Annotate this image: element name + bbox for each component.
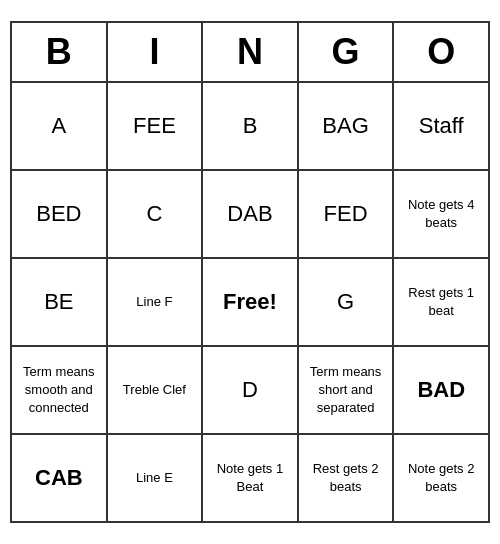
cell-r0-c0: A — [11, 82, 107, 170]
cell-r0-c4: Staff — [393, 82, 489, 170]
cell-r3-c3: Term means short and separated — [298, 346, 394, 434]
cell-r0-c1: FEE — [107, 82, 202, 170]
cell-r2-c3: G — [298, 258, 394, 346]
cell-r1-c3: FED — [298, 170, 394, 258]
cell-r2-c0: BE — [11, 258, 107, 346]
row-3: Term means smooth and connectedTreble Cl… — [11, 346, 489, 434]
cell-r0-c2: B — [202, 82, 298, 170]
header-cell-b: B — [11, 22, 107, 82]
header-row: BINGO — [11, 22, 489, 82]
row-2: BELine FFree!GRest gets 1 beat — [11, 258, 489, 346]
cell-r3-c0: Term means smooth and connected — [11, 346, 107, 434]
cell-r3-c1: Treble Clef — [107, 346, 202, 434]
cell-r2-c2: Free! — [202, 258, 298, 346]
cell-r2-c4: Rest gets 1 beat — [393, 258, 489, 346]
cell-r4-c4: Note gets 2 beats — [393, 434, 489, 522]
cell-r4-c1: Line E — [107, 434, 202, 522]
cell-r3-c4: BAD — [393, 346, 489, 434]
cell-r4-c2: Note gets 1 Beat — [202, 434, 298, 522]
bingo-card: BINGO AFEEBBAGStaffBEDCDABFEDNote gets 4… — [10, 21, 490, 523]
row-0: AFEEBBAGStaff — [11, 82, 489, 170]
header-cell-g: G — [298, 22, 394, 82]
cell-r1-c2: DAB — [202, 170, 298, 258]
row-4: CABLine ENote gets 1 BeatRest gets 2 bea… — [11, 434, 489, 522]
row-1: BEDCDABFEDNote gets 4 beats — [11, 170, 489, 258]
header-cell-o: O — [393, 22, 489, 82]
cell-r2-c1: Line F — [107, 258, 202, 346]
cell-r3-c2: D — [202, 346, 298, 434]
cell-r4-c3: Rest gets 2 beats — [298, 434, 394, 522]
header-cell-n: N — [202, 22, 298, 82]
cell-r1-c4: Note gets 4 beats — [393, 170, 489, 258]
cell-r4-c0: CAB — [11, 434, 107, 522]
cell-r1-c1: C — [107, 170, 202, 258]
cell-r1-c0: BED — [11, 170, 107, 258]
cell-r0-c3: BAG — [298, 82, 394, 170]
header-cell-i: I — [107, 22, 202, 82]
